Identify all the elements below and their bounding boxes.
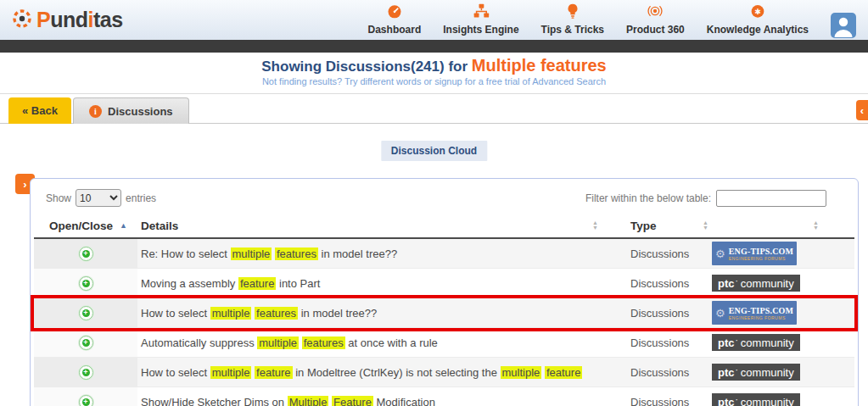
expand-row-icon[interactable]: + bbox=[79, 306, 93, 320]
highlighted-term: feature bbox=[545, 366, 582, 379]
svg-text:✱: ✱ bbox=[754, 7, 761, 15]
column-header-source[interactable]: ▲▼ bbox=[712, 220, 854, 231]
open-close-cell: + bbox=[34, 328, 137, 357]
discussion-title[interactable]: Re: How to select multiple features in m… bbox=[137, 247, 617, 260]
source-badge-cell: ⚙ENG-TIPS.COMENGINEERING FORUMS bbox=[712, 242, 854, 265]
collapse-panel-arrow[interactable]: ‹ bbox=[856, 100, 868, 120]
highlighted-term: multiple bbox=[210, 366, 252, 379]
table-row-selected: +How to select multiple features in mode… bbox=[34, 298, 854, 328]
tab-discussions-label: Discussions bbox=[108, 105, 173, 118]
sort-asc-icon: ▲ bbox=[120, 221, 127, 230]
top-bar: Punditas Dashboard Insights Engine Tips … bbox=[0, 0, 868, 40]
user-avatar[interactable] bbox=[831, 13, 856, 38]
main-nav: Dashboard Insights Engine Tips & Tricks … bbox=[368, 3, 856, 38]
open-close-cell: + bbox=[34, 269, 137, 298]
table-row: +Automatically suppress multiple feature… bbox=[34, 328, 854, 358]
gauge-icon bbox=[385, 3, 404, 23]
source-badge-cell: ⚙ENG-TIPS.COMENGINEERING FORUMS bbox=[712, 301, 854, 325]
expand-row-icon[interactable]: + bbox=[79, 395, 93, 406]
type-cell: Discussions bbox=[617, 396, 712, 406]
open-close-cell: + bbox=[34, 298, 137, 327]
open-close-cell: + bbox=[34, 239, 137, 268]
nav-label: Knowledge Analytics bbox=[707, 24, 809, 36]
page: Punditas Dashboard Insights Engine Tips … bbox=[0, 0, 868, 406]
highlighted-term: feature bbox=[238, 277, 276, 290]
discussion-title[interactable]: How to select multiple feature in Modelt… bbox=[137, 366, 617, 379]
column-header-details[interactable]: Details ▲▼ bbox=[137, 220, 617, 232]
highlighted-term: feature bbox=[255, 366, 292, 379]
gear-icon: ⚙ bbox=[715, 308, 725, 319]
brand-name: Punditas bbox=[36, 8, 123, 32]
highlighted-term: features bbox=[302, 336, 345, 349]
table-row: +Re: How to select multiple features in … bbox=[34, 239, 854, 269]
discussion-title[interactable]: Show/Hide Sketcher Dims on Multiple Feat… bbox=[137, 396, 617, 406]
discussion-cloud-button[interactable]: Discussion Cloud bbox=[381, 141, 487, 161]
eng-tips-badge[interactable]: ⚙ENG-TIPS.COMENGINEERING FORUMS bbox=[712, 242, 797, 265]
ptc-community-badge[interactable]: ptc·community bbox=[712, 393, 800, 406]
filter-input[interactable] bbox=[716, 190, 826, 207]
info-icon: i bbox=[89, 105, 102, 118]
eng-tips-badge[interactable]: ⚙ENG-TIPS.COMENGINEERING FORUMS bbox=[712, 301, 797, 325]
expand-row-icon[interactable]: + bbox=[79, 276, 93, 291]
ptc-community-badge[interactable]: ptc·community bbox=[712, 334, 800, 351]
table-controls: Show 10 entries Filter within the below … bbox=[34, 186, 854, 214]
ptc-community-badge[interactable]: ptc·community bbox=[712, 275, 800, 292]
highlighted-term: multiple bbox=[501, 366, 542, 379]
open-close-cell: + bbox=[34, 358, 137, 387]
source-badge-cell: ptc·community bbox=[712, 275, 854, 292]
results-subtitle: Not finding results? Try different words… bbox=[0, 76, 868, 86]
punditas-logo-icon bbox=[12, 6, 32, 35]
nav-item-product-360[interactable]: Product 360 bbox=[626, 3, 685, 38]
eng-tips-badge-title: ENG-TIPS.COM bbox=[729, 247, 794, 256]
nav-label: Dashboard bbox=[368, 24, 422, 36]
table-row: +How to select multiple feature in Model… bbox=[34, 358, 854, 387]
type-cell: Discussions bbox=[617, 366, 712, 379]
nav-item-knowledge-analytics[interactable]: ✱ Knowledge Analytics bbox=[707, 3, 809, 38]
page-size-select[interactable]: 10 bbox=[76, 189, 121, 207]
nav-label: Product 360 bbox=[626, 24, 685, 36]
sort-icon: ▲▼ bbox=[592, 220, 598, 231]
sitemap-icon bbox=[472, 3, 490, 23]
tab-discussions[interactable]: i Discussions bbox=[73, 97, 189, 124]
highlighted-term: multiple bbox=[257, 336, 299, 349]
table-body: +Re: How to select multiple features in … bbox=[34, 239, 854, 406]
show-label: Show bbox=[46, 192, 71, 204]
punditas-logo[interactable]: Punditas bbox=[12, 6, 123, 35]
back-button[interactable]: « Back bbox=[8, 97, 71, 124]
nav-label: Insights Engine bbox=[443, 24, 518, 36]
discussion-title[interactable]: Moving a assembly feature into Part bbox=[137, 277, 617, 290]
nav-item-dashboard[interactable]: Dashboard bbox=[368, 3, 422, 38]
eng-tips-badge-subtitle: ENGINEERING FORUMS bbox=[729, 315, 794, 320]
nav-item-insights-engine[interactable]: Insights Engine bbox=[443, 3, 518, 38]
expand-row-icon[interactable]: + bbox=[79, 365, 93, 380]
type-cell: Discussions bbox=[617, 247, 712, 260]
expand-row-icon[interactable]: + bbox=[79, 336, 93, 350]
results-count-text: Showing Discussions(241) for bbox=[261, 58, 472, 75]
highlighted-term: Multiple bbox=[288, 396, 329, 406]
eng-tips-badge-title: ENG-TIPS.COM bbox=[729, 306, 794, 315]
ptc-community-badge[interactable]: ptc·community bbox=[712, 364, 800, 381]
table-row: +Show/Hide Sketcher Dims on Multiple Fea… bbox=[34, 387, 854, 406]
table-row: +Moving a assembly feature into PartDisc… bbox=[34, 269, 854, 298]
highlighted-term: features bbox=[255, 307, 298, 320]
highlighted-term: Feature bbox=[332, 396, 373, 406]
results-panel: Show 10 entries Filter within the below … bbox=[30, 178, 859, 406]
nav-label: Tips & Tricks bbox=[541, 24, 604, 36]
expand-row-icon[interactable]: + bbox=[79, 247, 93, 261]
head-gear-icon: ✱ bbox=[748, 3, 767, 23]
nav-item-tips-tricks[interactable]: Tips & Tricks bbox=[541, 3, 604, 38]
type-cell: Discussions bbox=[617, 336, 712, 349]
column-header-type[interactable]: Type ▲▼ bbox=[617, 220, 712, 232]
discussion-title[interactable]: Automatically suppress multiple features… bbox=[137, 336, 617, 349]
open-close-cell: + bbox=[34, 387, 137, 406]
source-badge-cell: ptc·community bbox=[712, 334, 854, 351]
tab-strip: « Back i Discussions bbox=[0, 93, 868, 124]
lightbulb-icon bbox=[563, 3, 582, 23]
column-header-open-close[interactable]: Open/Close ▲ bbox=[34, 220, 137, 232]
highlighted-term: multiple bbox=[210, 307, 252, 320]
results-header: Showing Discussions(241) for Multiple fe… bbox=[0, 56, 868, 86]
source-badge-cell: ptc·community bbox=[712, 364, 854, 381]
broadcast-icon bbox=[646, 3, 664, 23]
discussion-title[interactable]: How to select multiple features in model… bbox=[137, 307, 617, 320]
search-query-text: Multiple features bbox=[472, 56, 607, 75]
